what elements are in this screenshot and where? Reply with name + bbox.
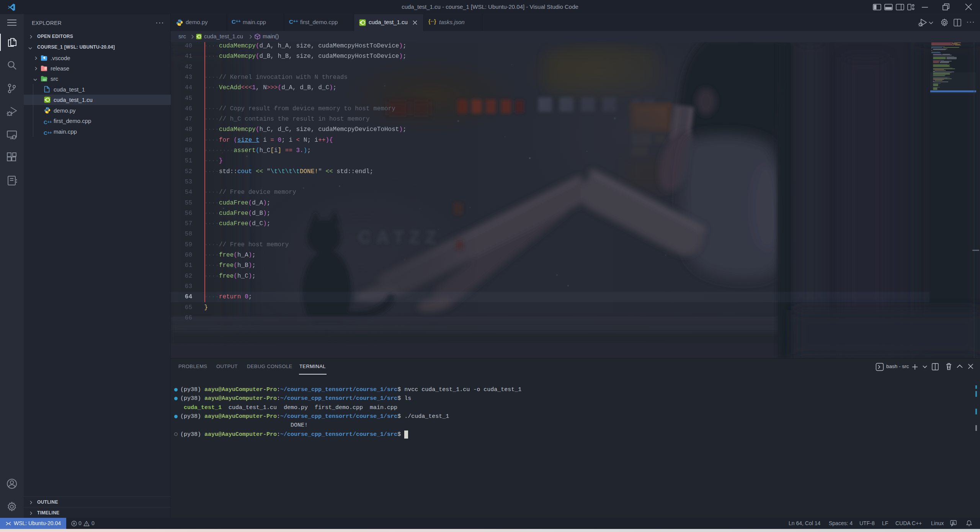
svg-text:CATZZ: CATZZ [358,227,441,247]
